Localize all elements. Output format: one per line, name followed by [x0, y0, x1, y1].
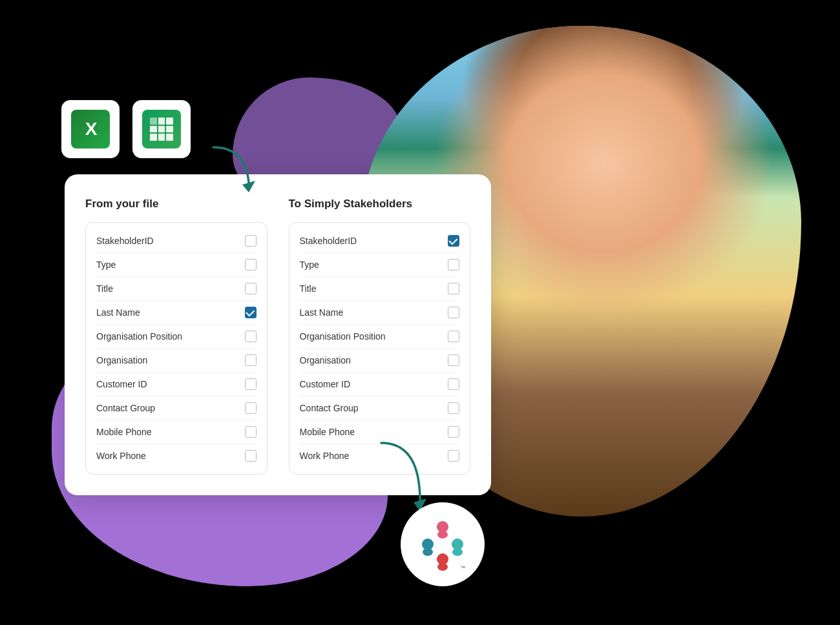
checkbox[interactable] [245, 354, 257, 366]
left-column: From your file StakeholderIDTypeTitleLas… [85, 198, 268, 475]
field-row: Type [300, 253, 460, 277]
field-label: Organisation [96, 355, 147, 365]
sheets-cell [158, 126, 165, 133]
field-label: Customer ID [96, 379, 147, 389]
svg-text:™: ™ [460, 565, 465, 571]
field-label: Organisation Position [96, 331, 182, 342]
field-label: Organisation Position [300, 331, 386, 342]
field-row: Organisation Position [300, 325, 460, 349]
field-row: Organisation [300, 349, 460, 373]
field-row: Organisation [96, 349, 257, 373]
field-label: StakeholderID [96, 236, 154, 246]
checkbox[interactable] [448, 450, 459, 462]
field-row: Work Phone [96, 444, 257, 467]
field-row: Organisation Position [96, 325, 257, 349]
excel-icon-inner: X [71, 110, 110, 149]
svg-point-3 [437, 531, 448, 538]
simply-stakeholders-logo: ™ [414, 515, 472, 573]
field-label: Mobile Phone [96, 427, 152, 437]
sheets-cell [166, 134, 173, 141]
field-label: Customer ID [300, 379, 351, 389]
field-label: Mobile Phone [300, 427, 355, 437]
arrow-card-to-logo [368, 436, 433, 517]
svg-point-7 [437, 563, 448, 571]
logo-badge: ™ [401, 502, 485, 586]
right-column-header: To Simply Stakeholders [289, 198, 471, 210]
checkbox[interactable] [245, 259, 257, 271]
sheets-grid [150, 118, 173, 141]
sheets-cell [166, 118, 173, 125]
field-label: Last Name [300, 307, 344, 318]
scene: X From your f [0, 0, 840, 625]
checkbox[interactable] [245, 307, 257, 318]
field-label: Title [300, 283, 317, 294]
checkbox[interactable] [448, 402, 459, 414]
checkbox[interactable] [448, 426, 459, 438]
field-label: Title [96, 283, 113, 294]
field-label: Contact Group [96, 403, 155, 413]
field-row: Title [96, 277, 257, 301]
field-row: Type [96, 253, 257, 277]
field-row: Customer ID [96, 373, 257, 396]
field-row: Customer ID [300, 373, 460, 396]
checkbox[interactable] [448, 307, 459, 318]
field-label: Organisation [300, 355, 351, 365]
svg-point-9 [423, 548, 433, 556]
field-label: Work Phone [300, 451, 350, 461]
field-label: Work Phone [96, 451, 146, 461]
checkbox[interactable] [448, 331, 459, 342]
checkbox[interactable] [448, 283, 459, 294]
checkbox[interactable] [245, 426, 257, 438]
sheets-cell [150, 118, 157, 125]
field-label: Type [96, 260, 116, 270]
checkbox[interactable] [245, 378, 257, 390]
checkbox[interactable] [448, 259, 459, 271]
field-row: Contact Group [300, 396, 460, 420]
arrow-icons-to-card [207, 141, 258, 195]
mapping-columns: From your file StakeholderIDTypeTitleLas… [85, 198, 470, 475]
field-row: Last Name [96, 301, 257, 325]
sheets-icon-inner [142, 110, 181, 149]
sheets-cell [158, 134, 165, 141]
svg-point-5 [452, 548, 463, 556]
excel-icon: X [61, 100, 120, 158]
field-row: Last Name [300, 301, 460, 325]
logo-inner: ™ [414, 515, 472, 573]
field-label: Type [300, 260, 319, 270]
sheets-cell [158, 118, 165, 125]
sheets-cell [150, 126, 157, 133]
checkbox[interactable] [245, 450, 257, 462]
checkbox[interactable] [448, 378, 459, 390]
field-row: Title [300, 277, 460, 301]
left-column-header: From your file [85, 198, 268, 210]
sheets-cell [150, 134, 157, 141]
checkbox[interactable] [448, 354, 459, 366]
field-label: StakeholderID [300, 236, 357, 246]
sheets-cell [166, 126, 173, 133]
col-divider [278, 198, 278, 475]
field-label: Last Name [96, 307, 140, 318]
field-label: Contact Group [300, 403, 359, 413]
checkbox[interactable] [245, 402, 257, 414]
checkbox[interactable] [245, 283, 257, 294]
left-column-inner: StakeholderIDTypeTitleLast NameOrganisat… [85, 222, 268, 475]
sheets-icon [132, 100, 191, 158]
field-row: StakeholderID [96, 229, 257, 253]
field-row: Contact Group [96, 396, 257, 420]
checkbox[interactable] [245, 235, 257, 247]
field-row: Mobile Phone [96, 420, 257, 444]
checkbox[interactable] [245, 331, 257, 342]
field-row: StakeholderID [300, 229, 460, 253]
checkbox[interactable] [448, 235, 459, 247]
right-column: To Simply Stakeholders StakeholderIDType… [289, 198, 471, 475]
